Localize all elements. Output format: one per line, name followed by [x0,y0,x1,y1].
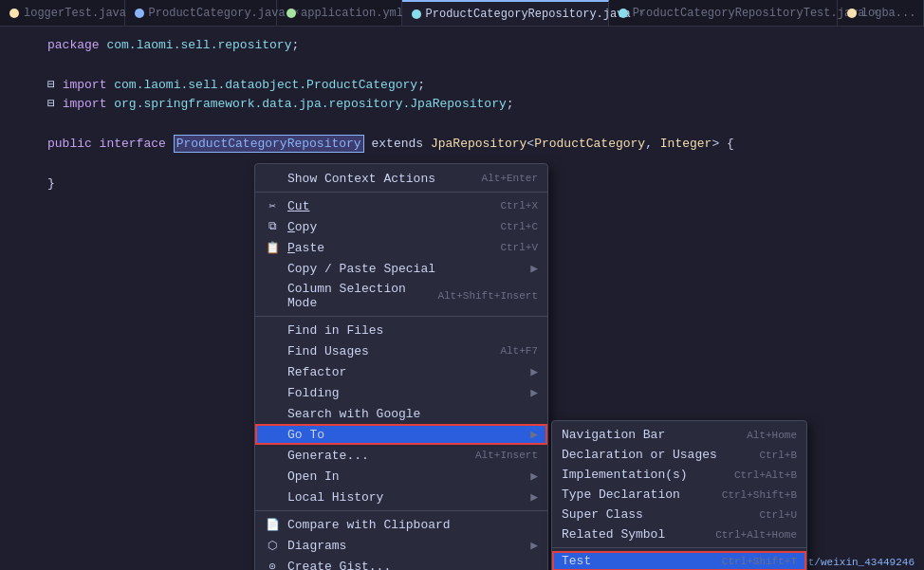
menu-folding[interactable]: Folding ▶ [255,382,547,403]
menu-find-usages[interactable]: Find Usages Alt+F7 [255,340,547,361]
goto-arrow: ▶ [530,427,538,442]
copy-special-icon [265,261,280,276]
submenu-related-symbol[interactable]: Related Symbol Ctrl+Alt+Home [552,524,806,544]
history-arrow: ▶ [530,489,538,505]
submenu-separator [552,547,806,548]
menu-generate[interactable]: Generate... Alt+Insert [255,445,547,466]
submenu-type-declaration[interactable]: Type Declaration Ctrl+Shift+B [552,485,806,505]
usages-icon [265,343,280,359]
compare-icon: 📄 [265,517,280,532]
find-icon [265,322,280,338]
submenu-navigation-bar[interactable]: Navigation Bar Alt+Home [552,425,806,445]
submenu-test[interactable]: Test Ctrl+Shift+T [552,551,806,570]
cut-icon: ✂ [265,198,280,213]
goto-icon [265,427,280,442]
separator-1 [255,192,547,193]
code-line-2 [19,56,905,76]
folding-icon [265,385,280,400]
code-line-4: ⊟ import org.springframework.data.jpa.re… [19,95,905,115]
paste-icon: 📋 [265,240,280,255]
submenu-arrow: ▶ [530,261,538,276]
folding-arrow: ▶ [530,385,538,400]
goto-submenu: Navigation Bar Alt+Home Declaration or U… [551,420,807,570]
menu-show-context[interactable]: Show Context Actions Alt+Enter [255,168,547,189]
openin-icon [265,469,280,484]
generate-icon [265,448,280,463]
diagrams-icon: ⬡ [265,538,280,553]
tab-productcategoryrepository[interactable]: ProductCategoryRepository.java × [402,0,609,27]
tab-bar: loggerTest.java × ProductCategory.java ×… [0,0,924,27]
refactor-arrow: ▶ [530,364,538,379]
menu-find-in-files[interactable]: Find in Files [255,320,547,340]
menu-search-google[interactable]: Search with Google [255,403,547,424]
menu-local-history[interactable]: Local History ▶ [255,487,547,507]
tab-productcategoryrepositorytest[interactable]: ProductCategoryRepositoryTest.java × [609,0,838,27]
submenu-super-class[interactable]: Super Class Ctrl+U [552,505,806,524]
tab-applicationyml[interactable]: application.yml × [277,0,402,27]
code-line-5 [19,115,905,135]
menu-cut[interactable]: ✂ Cut Ctrl+X [255,195,547,216]
tab-logba[interactable]: logba... × [838,0,924,27]
menu-copy-paste-special[interactable]: Copy / Paste Special ▶ [255,258,547,279]
refactor-icon [265,364,280,379]
context-menu: Show Context Actions Alt+Enter ✂ Cut Ctr… [254,163,548,570]
code-line-3: ⊟ import com.laomi.sell.dataobject.Produ… [19,76,905,96]
openin-arrow: ▶ [530,469,538,484]
code-line-1: package com.laomi.sell.repository; [19,36,905,56]
menu-open-in[interactable]: Open In ▶ [255,466,547,487]
column-icon [265,288,280,303]
context-icon [265,171,280,186]
menu-compare-clipboard[interactable]: 📄 Compare with Clipboard [255,514,547,535]
menu-diagrams[interactable]: ⬡ Diagrams ▶ [255,535,547,556]
code-line-6: public interface ProductCategoryReposito… [19,135,905,155]
submenu-declaration[interactable]: Declaration or Usages Ctrl+B [552,445,806,465]
menu-copy[interactable]: ⧉ Copy Ctrl+C [255,216,547,237]
menu-paste[interactable]: 📋 Paste Ctrl+V [255,237,547,258]
separator-3 [255,510,547,511]
google-icon [265,406,280,421]
menu-column-selection[interactable]: Column Selection Mode Alt+Shift+Insert [255,279,547,313]
menu-go-to[interactable]: Go To ▶ Navigation Bar Alt+Home Declarat… [255,424,547,445]
copy-icon: ⧉ [265,219,280,234]
separator-2 [255,316,547,317]
submenu-implementations[interactable]: Implementation(s) Ctrl+Alt+B [552,465,806,485]
diagrams-arrow: ▶ [530,538,538,553]
history-icon [265,489,280,505]
menu-create-gist[interactable]: ⊙ Create Gist... [255,556,547,570]
tab-loggertest[interactable]: loggerTest.java × [0,0,125,27]
menu-refactor[interactable]: Refactor ▶ [255,361,547,382]
tab-productcategory[interactable]: ProductCategory.java × [125,0,277,27]
gist-icon: ⊙ [265,559,280,570]
